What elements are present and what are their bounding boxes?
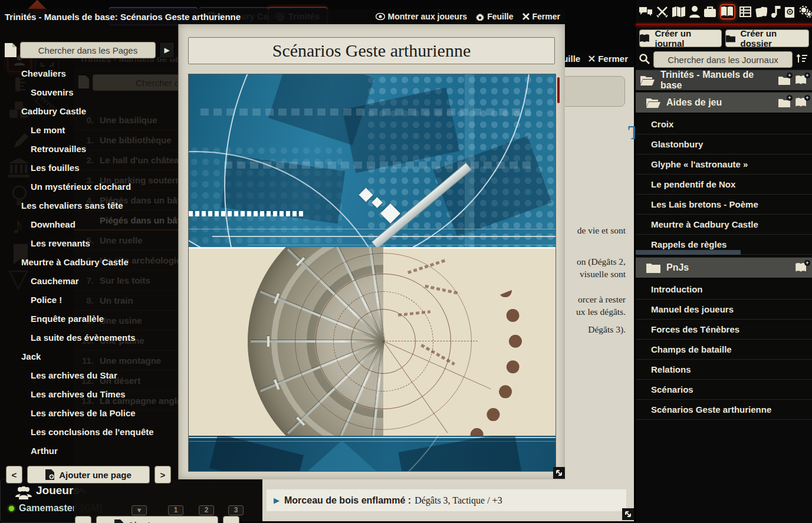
active-tab-underline: [636, 24, 812, 25]
folder-name: PnJs: [666, 262, 689, 273]
journal-page-item[interactable]: Cadbury Castle: [21, 102, 86, 121]
pager-2[interactable]: 2: [199, 505, 214, 515]
player-name: Gamemaster: [19, 503, 76, 514]
journal-page-item[interactable]: Souvenirs: [31, 83, 74, 102]
actors-tab-icon[interactable]: [689, 4, 700, 19]
content-text-fragment: ux les dégâts.: [576, 307, 626, 317]
journal-entry-item[interactable]: Les Lais bretons - Poème: [636, 195, 812, 215]
folder-icon: [646, 262, 660, 273]
create-entry-icon[interactable]: +: [795, 75, 808, 85]
compendium-tab-icon[interactable]: [785, 4, 795, 19]
scroll-indicator[interactable]: [636, 250, 741, 255]
add-page-button[interactable]: Ajouter une page: [27, 466, 150, 483]
create-entry-icon[interactable]: +: [795, 98, 808, 107]
journal-entry-item[interactable]: Croix: [636, 114, 812, 134]
folder-trinites-manuels[interactable]: Trinités - Manuels de base++: [636, 70, 812, 91]
journal-page-item[interactable]: Chevaliers: [21, 64, 66, 83]
scenes-tab-icon[interactable]: [672, 4, 685, 19]
journal-page-item[interactable]: Retrouvailles: [31, 140, 86, 159]
create-folder-button[interactable]: Créer un dossier: [725, 29, 809, 47]
journal-entry-item[interactable]: Scénarios Geste arthurienne: [636, 400, 812, 420]
journal-entry-item[interactable]: Champs de bataille: [636, 340, 812, 360]
previous-page-button[interactable]: <: [6, 466, 22, 483]
journal-page-item[interactable]: Les revenants: [31, 234, 90, 253]
close-button[interactable]: Fermer: [522, 12, 560, 21]
next-page-button[interactable]: >: [223, 516, 239, 523]
journal-entry-item[interactable]: Meurtre à Cadbury Castle: [636, 215, 812, 235]
tables-tab-icon[interactable]: [739, 4, 751, 19]
page-selector-caret[interactable]: ▾: [132, 505, 147, 515]
sidebar-tabs: ▶: [636, 0, 812, 24]
pager-1[interactable]: 1: [168, 505, 183, 515]
sort-icon[interactable]: [796, 52, 808, 64]
add-page-button[interactable]: Ajouter une page: [96, 516, 218, 523]
chat-tab-icon[interactable]: [639, 4, 652, 19]
folder-aides-de-jeu[interactable]: Aides de jeu++: [636, 92, 812, 113]
journal-window-front: Trinités - Manuels de base: Scénarios Ge…: [0, 9, 565, 479]
journal-entry-item[interactable]: Le pendentif de Nox: [636, 175, 812, 195]
content-text-fragment: orcer à rester: [578, 294, 626, 305]
content-text-fragment: Dégâts 3).: [588, 324, 626, 335]
journal-page-item[interactable]: Jack: [21, 347, 41, 366]
journal-page-item[interactable]: Arthur: [31, 442, 58, 460]
journal-page-item[interactable]: Les archives de la Police: [31, 404, 136, 423]
search-icon: [639, 54, 650, 64]
create-subfolder-icon[interactable]: +: [778, 75, 790, 85]
loot-name: Morceau de bois enflammé :: [284, 495, 411, 506]
journal-page-item[interactable]: Les chevaliers sans tête: [21, 196, 123, 215]
journal-entry-item[interactable]: Glyphe « l'astronaute »: [636, 154, 812, 175]
settings-tab-icon[interactable]: [800, 4, 812, 19]
journal-page-item[interactable]: Police !: [31, 291, 62, 310]
journal-page-item[interactable]: Les conclusions de l'enquête: [31, 423, 154, 442]
journal-pages-sidebar: ▶ ChevaliersSouvenirsCadbury CastleLe mo…: [0, 24, 178, 479]
journal-page-item[interactable]: Enquête parallèle: [31, 310, 104, 328]
resize-handle[interactable]: [553, 467, 565, 479]
search-pages-field[interactable]: [20, 42, 156, 58]
loot-stats: Dégâts 3, Tactique / +3: [415, 495, 502, 506]
window-title: Trinités - Manuels de base: Scénarios Ge…: [5, 12, 241, 22]
collapse-sidebar-button[interactable]: ▶: [159, 42, 175, 58]
window-header[interactable]: Trinités - Manuels de base: Scénarios Ge…: [0, 9, 565, 24]
journal-entry-item[interactable]: Manuel des joueurs: [636, 300, 812, 320]
journal-page-item[interactable]: Meurtre à Cadbury Castle: [21, 253, 129, 272]
cards-tab-icon[interactable]: [755, 4, 767, 19]
secret-block[interactable]: ▶ Morceau de bois enflammé : Dégâts 3, T…: [267, 489, 626, 511]
content-text-fragment: visuelle sont: [580, 269, 626, 279]
right-sidebar: ▶ Créer un journal Créer un dossier Trin…: [635, 0, 812, 523]
combat-tab-icon[interactable]: [656, 4, 668, 19]
show-players-button[interactable]: Montrer aux joueurs: [376, 12, 468, 21]
search-journals-field[interactable]: [653, 51, 793, 68]
journal-tab-icon[interactable]: [720, 4, 735, 19]
playlists-tab-icon[interactable]: [771, 4, 781, 19]
sheet-config-button[interactable]: Feuille: [476, 12, 513, 21]
close-button[interactable]: Fermer: [589, 54, 628, 64]
folder-pnjs[interactable]: PnJs+: [636, 257, 812, 278]
journal-entry-item[interactable]: Scénarios: [636, 380, 812, 400]
journal-entry-item[interactable]: Relations: [636, 360, 812, 380]
pager-3[interactable]: 3: [228, 505, 244, 515]
journal-page-item[interactable]: Les archives du Star: [31, 366, 117, 385]
journal-page-item[interactable]: Un mystérieux clochard: [31, 177, 131, 196]
create-subfolder-icon[interactable]: +: [778, 98, 790, 107]
folder-icon: [640, 75, 655, 85]
journal-page-item[interactable]: Cauchemar: [31, 272, 79, 291]
create-entry-icon[interactable]: +: [795, 263, 808, 272]
previous-page-button[interactable]: <: [75, 516, 91, 523]
journal-entry-item[interactable]: Introduction: [636, 279, 812, 300]
journal-page-item[interactable]: Le mont: [31, 121, 65, 140]
journal-page-item[interactable]: La suite des évènements: [31, 328, 136, 347]
next-page-button[interactable]: >: [154, 466, 171, 483]
journal-page-item[interactable]: Les archives du Times: [31, 385, 126, 404]
journal-page-item[interactable]: Les fouilles: [31, 159, 80, 177]
players-icon: [15, 486, 32, 499]
journal-entry-item[interactable]: Glastonbury: [636, 134, 812, 154]
collapse-triangle-icon[interactable]: ▶: [274, 496, 280, 505]
create-journal-button[interactable]: Créer un journal: [639, 29, 722, 47]
resize-handle[interactable]: [622, 508, 634, 520]
players-title[interactable]: Joueurs: [36, 484, 80, 497]
journal-entry-item[interactable]: Forces des Ténèbres: [636, 320, 812, 340]
journal-page-item[interactable]: Downhead: [31, 215, 75, 234]
items-tab-icon[interactable]: [704, 4, 716, 19]
scrollbar-thumb[interactable]: [557, 77, 560, 103]
page-image[interactable]: [188, 74, 556, 472]
